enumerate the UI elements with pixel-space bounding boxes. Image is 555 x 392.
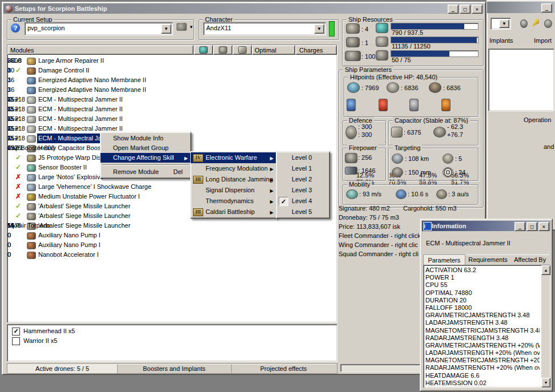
- ship-menu-arrow-icon[interactable]: ▼: [189, 25, 194, 30]
- drone-row[interactable]: Warrior II x5: [7, 336, 337, 346]
- price-stat: Price: 113,833,607 isk: [339, 223, 400, 230]
- module-row[interactable]: ✓Damage Control II3010: [7, 66, 337, 75]
- tab-boosters-implants[interactable]: Boosters and Implants: [117, 364, 232, 373]
- module-optimal: 75+18: [7, 124, 25, 134]
- drones-list[interactable]: ✓Hammerhead II x5Warrior II x5: [7, 324, 337, 362]
- column-header-optimal[interactable]: Optimal: [252, 45, 295, 55]
- parameter-row[interactable]: GRAVIMETRICJAMSTRENGTH 3.48: [425, 312, 540, 319]
- menu-item-change-affecting-skill[interactable]: Change Affecting Skill▶: [100, 153, 191, 163]
- module-row[interactable]: ✓Large Armor Repairer II552300-41.8: [7, 56, 337, 66]
- column-header-capacitor[interactable]: [232, 45, 252, 55]
- parameter-row[interactable]: DURATION 20: [425, 297, 540, 304]
- vertical-scrollbar[interactable]: ▲ ▼: [541, 265, 550, 387]
- information-title-bar[interactable]: i Information _ □ ✕: [422, 221, 550, 231]
- ship-resources-group: Ship Resources : 4 : 1 : 100 790 / 937.5…: [342, 19, 484, 66]
- character-combo[interactable]: AndzX11 ▼: [203, 22, 326, 35]
- checkbox-checked-icon[interactable]: ✓: [12, 328, 20, 336]
- menu-item-open-market-group[interactable]: Open Market Group: [100, 143, 191, 153]
- ship-menu-button[interactable]: [176, 23, 187, 31]
- menu-item-remove-module[interactable]: Remove ModuleDel: [100, 167, 191, 177]
- level-menu-item-level-3[interactable]: Level 3: [276, 185, 329, 196]
- skill-menu-item-frequency-modulation[interactable]: Frequency Modulation▶: [191, 163, 276, 174]
- background-tab-implants[interactable]: Implants: [489, 37, 513, 44]
- module-row[interactable]: ✓ECM - Multispectral Jammer II551-3.275+…: [7, 114, 337, 124]
- minimize-button[interactable]: _: [514, 222, 525, 231]
- information-window: i Information _ □ ✕ ECM - Multispectral …: [420, 219, 553, 391]
- skill-menu-item-electronic-warfare[interactable]: IVElectronic Warfare▶: [191, 152, 276, 163]
- tab-active-drones[interactable]: Active drones: 5 / 5: [7, 364, 118, 373]
- tab-affected-by[interactable]: Affected By: [510, 254, 549, 264]
- title-bar[interactable]: Setups for Scorpion Battleship _ □ ✕: [3, 3, 484, 14]
- minimize-button[interactable]: _: [541, 3, 552, 13]
- parameter-row[interactable]: OPTIMAL 74880: [425, 289, 540, 297]
- minimize-button[interactable]: _: [448, 5, 459, 14]
- module-row[interactable]: Auxiliary Nano Pump I00: [7, 231, 337, 240]
- parameter-row[interactable]: MAGNETOMETRICJAMSTRENGTH +20: [425, 357, 540, 364]
- level-menu-item-level-1[interactable]: Level 1: [276, 163, 329, 174]
- chevron-down-icon[interactable]: ▼: [499, 19, 509, 28]
- close-button[interactable]: ✕: [472, 5, 482, 14]
- tab-projected-effects[interactable]: Projected effects: [231, 364, 336, 373]
- level-menu-item-level-2[interactable]: Level 2: [276, 174, 329, 185]
- module-name: Auxiliary Nano Pump I: [38, 231, 100, 240]
- parameter-row[interactable]: LADARJAMSTRENGTH +20% (When ove: [425, 349, 540, 357]
- parameter-row[interactable]: GRAVIMETRICJAMSTRENGTH +20% (W: [425, 342, 540, 349]
- background-combo[interactable]: ▼: [490, 18, 511, 30]
- close-button[interactable]: ✕: [538, 222, 549, 231]
- parameter-row[interactable]: POWER 1: [425, 274, 540, 281]
- level-menu-item-level-0[interactable]: Level 0: [276, 152, 329, 163]
- maximize-button[interactable]: □: [460, 5, 470, 14]
- ship-parameters-group: Ship Parameters Hitpoints (Effective HP:…: [339, 70, 484, 208]
- tab-requirements[interactable]: Requirements: [465, 254, 511, 264]
- background-tab-import[interactable]: Import: [534, 37, 552, 44]
- module-row[interactable]: Nanobot Accelerator I00: [7, 250, 337, 260]
- module-icon: [27, 184, 36, 191]
- import-person-icon[interactable]: [544, 19, 552, 28]
- module-row[interactable]: ✓ECM - Multispectral Jammer II551-3.275+…: [7, 95, 337, 104]
- column-header-modules[interactable]: Modules: [7, 45, 194, 55]
- skill-menu-item-caldari-battleship[interactable]: IIICaldari Battleship▶: [191, 207, 276, 217]
- background-text-operation: Operation: [524, 116, 551, 123]
- module-name: Auxiliary Nano Pump I: [38, 240, 100, 250]
- column-header-powergrid[interactable]: [213, 45, 232, 55]
- max-targets: : 5: [455, 155, 462, 162]
- tab-parameters[interactable]: Parameters: [423, 254, 465, 265]
- maximize-button[interactable]: □: [526, 222, 537, 231]
- parameter-row[interactable]: FALLOFF 18000: [425, 304, 540, 312]
- parameters-listbox[interactable]: ACTIVATION 63.2POWER 1CPU 55OPTIMAL 7488…: [423, 265, 550, 388]
- scroll-up-button[interactable]: ▲: [541, 265, 550, 275]
- parameter-row[interactable]: RADARJAMSTRENGTH +20% (When ov: [425, 364, 540, 371]
- parameter-row[interactable]: RADARJAMSTRENGTH 3.48: [425, 334, 540, 342]
- setup-combo[interactable]: pvp_scorpion ▼: [25, 22, 173, 35]
- parameter-row[interactable]: MAGNETOMETRICJAMSTRENGTH 3.48: [425, 327, 540, 334]
- skill-menu-item-thermodynamics[interactable]: Thermodynamics▶: [191, 196, 276, 207]
- module-row[interactable]: Auxiliary Nano Pump I00: [7, 240, 337, 250]
- level-menu-item-level-4[interactable]: ✓Level 4: [276, 196, 329, 207]
- drone-row[interactable]: ✓Hammerhead II x5: [7, 326, 337, 336]
- parameter-row[interactable]: CPU 55: [425, 281, 540, 289]
- parameter-row[interactable]: HEATDAMAGE 6.6: [425, 372, 540, 379]
- fitted-error-icon: ✗: [15, 192, 23, 201]
- scroll-down-button[interactable]: ▼: [541, 378, 550, 387]
- info-icon: i: [423, 222, 432, 231]
- menu-item-show-module-info[interactable]: Show Module Info: [100, 134, 191, 143]
- module-row[interactable]: Energized Adaptive Nano Membrane II361: [7, 85, 337, 95]
- parameter-row[interactable]: ACTIVATION 63.2: [425, 266, 540, 274]
- column-header-cpu[interactable]: [194, 45, 213, 55]
- chevron-down-icon[interactable]: ▼: [314, 24, 324, 34]
- parameter-row[interactable]: HEATEMISSION 0.02: [425, 379, 540, 386]
- help-icon[interactable]: ?: [11, 23, 20, 33]
- edit-pencil-icon[interactable]: [532, 19, 539, 27]
- skill-menu-item-long-distance-jamming[interactable]: IIILong Distance Jamming▶: [191, 174, 276, 185]
- module-row[interactable]: ✓'Arbalest' Siege Missile Launcher511575…: [7, 221, 337, 231]
- ship-resources-label: Ship Resources: [347, 16, 395, 23]
- checkbox-unchecked-icon[interactable]: [12, 337, 20, 345]
- chevron-down-icon[interactable]: ▼: [161, 24, 171, 34]
- column-header-charges[interactable]: Charges: [295, 45, 337, 55]
- person-icon[interactable]: [520, 19, 528, 28]
- module-row[interactable]: Energized Adaptive Nano Membrane II361: [7, 75, 337, 85]
- skill-menu-item-signal-dispersion[interactable]: Signal Dispersion▶: [191, 185, 276, 196]
- module-row[interactable]: ✓ECM - Multispectral Jammer II551-3.275+…: [7, 104, 337, 114]
- level-menu-item-level-5[interactable]: Level 5: [276, 207, 329, 217]
- parameter-row[interactable]: LADARJAMSTRENGTH 3.48: [425, 319, 540, 326]
